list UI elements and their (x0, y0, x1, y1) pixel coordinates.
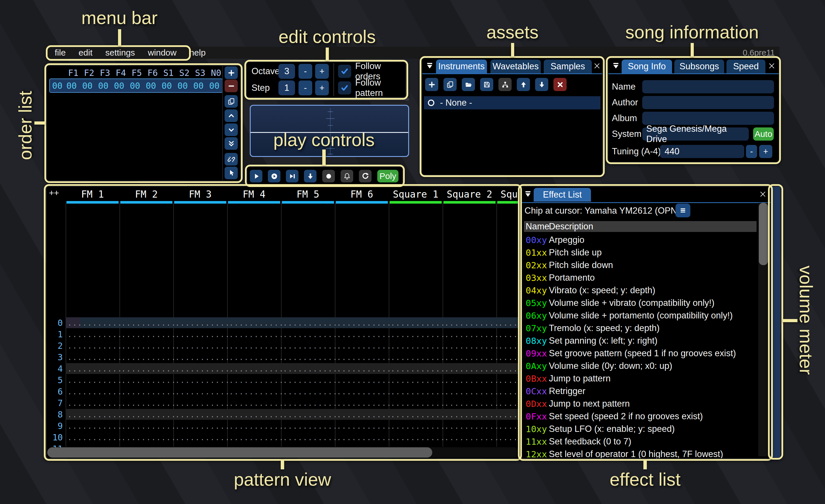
window-separator[interactable] (249, 98, 409, 100)
pattern-empty-cell[interactable]: ........... (229, 352, 284, 363)
pattern-empty-cell[interactable]: ........... (283, 340, 338, 352)
pattern-empty-cell[interactable]: ........... (337, 432, 392, 443)
menu-item-help[interactable]: help (190, 48, 206, 58)
pattern-empty-cell[interactable]: ........... (391, 329, 446, 340)
pattern-empty-cell[interactable]: ........... (337, 317, 392, 329)
chevron-double-down-order-button[interactable] (225, 137, 238, 150)
chevron-up-order-button[interactable] (225, 109, 238, 122)
album-field[interactable] (642, 112, 774, 125)
tab-samples[interactable]: Samples (544, 60, 592, 73)
pattern-empty-cell[interactable]: ........... (445, 398, 500, 409)
pattern-empty-cell[interactable]: ........... (499, 409, 519, 420)
pattern-empty-cell[interactable]: ........... (175, 398, 230, 409)
effect-list-row[interactable]: 0CxxRetrigger (521, 385, 755, 398)
pattern-empty-cell[interactable]: ........... (283, 420, 338, 432)
effect-list-row[interactable]: 09xxSet groove pattern (speed 1 if no gr… (521, 347, 755, 360)
pattern-empty-cell[interactable]: ........... (445, 317, 500, 329)
pattern-empty-cell[interactable]: ........... (337, 386, 392, 398)
author-field[interactable] (642, 96, 774, 109)
instrument-list-item[interactable]: - None - (424, 96, 600, 109)
pattern-empty-cell[interactable]: ........... (122, 352, 176, 363)
tab-song-info[interactable]: Song Info (622, 60, 672, 73)
pattern-expand-button[interactable]: ++ (49, 188, 59, 197)
pattern-empty-cell[interactable]: ........... (283, 329, 338, 340)
pattern-empty-cell[interactable]: ........... (175, 317, 230, 329)
system-select[interactable]: Sega Genesis/Mega Drive (642, 128, 749, 141)
pattern-empty-cell[interactable]: ........... (283, 432, 338, 443)
octave-plus-button[interactable]: + (315, 64, 329, 79)
pattern-empty-cell[interactable]: ........... (175, 386, 230, 398)
pattern-empty-cell[interactable]: ........... (391, 420, 446, 432)
pattern-empty-cell[interactable]: ........... (175, 352, 230, 363)
octave-minus-button[interactable]: - (298, 64, 312, 79)
effect-list-row[interactable]: 12xxSet level of operator 1 (0 highest, … (521, 448, 755, 458)
close-button[interactable] (766, 61, 777, 71)
effect-list-row[interactable]: 0DxxJump to next pattern (521, 398, 755, 410)
pattern-empty-cell[interactable]: ........... (68, 352, 123, 363)
metronome-bell-button[interactable] (341, 170, 353, 182)
pattern-empty-cell[interactable]: ........... (122, 317, 176, 329)
window-collapse-button[interactable] (611, 61, 621, 71)
effect-list-row[interactable]: 0AxyVolume slide (0y: down; x0: up) (521, 360, 755, 372)
pattern-empty-cell[interactable]: ........... (175, 329, 230, 340)
pattern-empty-cell[interactable]: ........... (391, 317, 446, 329)
tab-wavetables[interactable]: Wavetables (491, 60, 541, 73)
pattern-empty-cell[interactable]: ........... (229, 409, 284, 420)
pattern-empty-cell[interactable]: ........... (229, 398, 284, 409)
tab-speed[interactable]: Speed (727, 60, 765, 73)
channel-header-fm-1[interactable]: FM 1 (66, 188, 120, 200)
pattern-empty-cell[interactable]: ........... (445, 409, 500, 420)
menu-item-file[interactable]: file (55, 48, 66, 58)
follow-orders-checkbox[interactable] (338, 65, 351, 78)
channel-header-square-3[interactable]: Square 3 (497, 188, 519, 200)
effect-list-row[interactable]: 11xxSet feedback (0 to 7) (521, 435, 755, 448)
pattern-empty-cell[interactable]: ........... (283, 363, 338, 374)
pattern-empty-cell[interactable]: ........... (122, 363, 176, 374)
order-cell[interactable]: 00 (207, 79, 222, 92)
pattern-hscrollbar[interactable] (47, 447, 519, 457)
order-cell[interactable]: 00 (111, 79, 127, 92)
pattern-empty-cell[interactable]: ........... (175, 340, 230, 352)
pattern-empty-cell[interactable]: ........... (445, 329, 500, 340)
name-field[interactable] (642, 80, 774, 93)
pattern-empty-cell[interactable]: ........... (499, 374, 519, 386)
pattern-empty-cell[interactable]: ........... (229, 420, 284, 432)
open-folder-asset-button[interactable] (462, 78, 475, 91)
pattern-empty-cell[interactable]: ........... (337, 409, 392, 420)
pattern-empty-cell[interactable]: ........... (175, 409, 230, 420)
pattern-empty-cell[interactable]: ........... (229, 329, 284, 340)
pattern-empty-cell[interactable]: ........... (229, 374, 284, 386)
octave-value[interactable]: 3 (279, 64, 295, 79)
play-from-cursor-button[interactable] (286, 170, 298, 182)
pattern-empty-cell[interactable]: ........... (499, 398, 519, 409)
hscrollbar-thumb[interactable] (47, 447, 432, 457)
pattern-empty-cell[interactable]: ........... (122, 398, 176, 409)
cursor-order-button[interactable] (225, 167, 238, 179)
pattern-empty-cell[interactable]: ........... (175, 374, 230, 386)
pattern-empty-cell[interactable]: ........... (68, 340, 123, 352)
follow-pattern-checkbox[interactable] (338, 81, 351, 94)
pattern-empty-cell[interactable]: ........... (68, 329, 123, 340)
close-button[interactable] (758, 189, 768, 199)
menu-item-settings[interactable]: settings (105, 48, 135, 58)
auto-system-button[interactable]: Auto (753, 128, 774, 141)
order-cell[interactable]: 00 (175, 79, 191, 92)
tab-subsongs[interactable]: Subsongs (674, 60, 724, 73)
unlink-order-button[interactable] (225, 153, 238, 166)
pattern-empty-cell[interactable]: ........... (283, 352, 338, 363)
duplicate-order-button[interactable] (225, 95, 238, 108)
pattern-empty-cell[interactable]: ........... (499, 432, 519, 443)
play-button[interactable] (250, 170, 262, 182)
effect-list-row[interactable]: 07xyTremolo (x: speed; y: depth) (521, 322, 755, 334)
play-pattern-button[interactable] (268, 170, 281, 182)
folder-view-asset-button[interactable] (499, 78, 512, 91)
effect-list-vscrollbar[interactable] (758, 203, 768, 456)
pattern-empty-cell[interactable]: ........... (499, 340, 519, 352)
effect-list-row[interactable]: 06xyVolume slide + portamento (compatibi… (521, 309, 755, 322)
pattern-empty-cell[interactable]: ........... (445, 386, 500, 398)
save-asset-button[interactable] (480, 78, 493, 91)
channel-header-square-2[interactable]: Square 2 (443, 188, 497, 200)
tuning-field[interactable]: 440 (660, 145, 744, 158)
pattern-empty-cell[interactable]: ........... (229, 340, 284, 352)
effect-list-row[interactable]: 02xxPitch slide down (521, 259, 755, 271)
